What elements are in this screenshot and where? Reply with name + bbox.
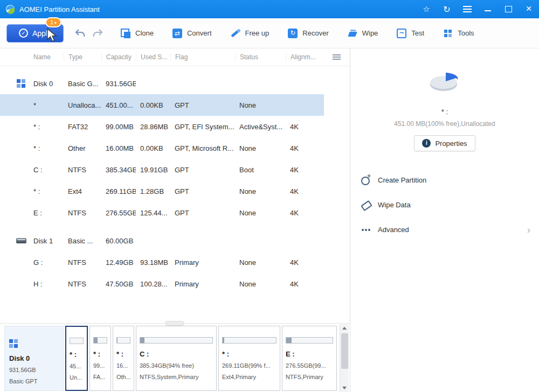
action-label: Create Partition	[378, 176, 426, 184]
diskmap-partition-fs: Ext4,Primary	[222, 374, 277, 380]
pending-operations-badge[interactable]: 1	[45, 17, 61, 27]
column-header[interactable]: Capacity	[101, 53, 136, 61]
favorite-icon[interactable]	[416, 0, 437, 18]
diskmap-partition[interactable]: * : 16... Oth...	[113, 326, 134, 391]
table-row[interactable]: * Unalloca... 451.00... 0.00KB GPT None	[0, 94, 324, 116]
scrollbar-thumb[interactable]	[341, 333, 348, 369]
table-row[interactable]: H : NTFS 47.50GB 100.28... Primary None …	[0, 273, 324, 295]
table-row[interactable]: * : FAT32 99.00MB 28.86MB GPT, EFI Syste…	[0, 116, 324, 137]
undo-icon[interactable]	[73, 27, 86, 40]
action-item[interactable]: Create Partition	[350, 167, 539, 192]
table-row[interactable]: Disk 1 Basic ... 60.00GB	[0, 230, 324, 251]
badge-count: 1	[50, 19, 53, 25]
table-row[interactable]: C : NTFS 385.34GB 19.91GB GPT Boot 4K	[0, 159, 324, 180]
table-row[interactable]: Disk 0 Basic G... 931.56GB	[0, 73, 324, 94]
maximize-icon[interactable]	[498, 0, 519, 18]
toolbar-button[interactable]: Wipe	[338, 22, 388, 45]
convert-icon	[172, 28, 183, 39]
usage-bar	[70, 338, 84, 344]
table-row[interactable]: * : Ext4 269.11GB 1.28GB GPT None 4K	[0, 180, 324, 202]
column-header[interactable]: Type	[64, 53, 101, 61]
scroll-down-icon[interactable]	[340, 384, 349, 392]
cell-name: C :	[0, 166, 64, 174]
cell-type: Unalloca...	[64, 101, 101, 109]
toolbar-button-label: Clone	[135, 29, 154, 37]
diskmap-partition[interactable]: * : 269.11GB(99% f... Ext4,Primary	[218, 326, 280, 391]
usage-bar	[93, 337, 107, 344]
cell-type: NTFS	[64, 209, 101, 217]
cell-used-space: 0.00KB	[136, 144, 170, 152]
cell-type: FAT32	[64, 123, 101, 131]
refresh-icon[interactable]	[437, 0, 457, 18]
properties-label: Properties	[435, 139, 467, 148]
recover-icon	[287, 28, 298, 39]
cell-capacity: 276.55GB	[101, 209, 136, 217]
properties-button[interactable]: Properties	[414, 135, 475, 151]
toolbar-button[interactable]: Recover	[278, 22, 337, 45]
diskmap-partition[interactable]: * : 99... FA...	[89, 326, 111, 391]
app-window: AOMEI Partition Assistant Apply	[0, 0, 539, 392]
table-row[interactable]: * : Other 16.00MB 0.00KB GPT, Microsoft …	[0, 137, 324, 159]
toolbar-button-label: Convert	[187, 29, 212, 37]
diskmap-partition-fs: NTFS,Primary	[286, 374, 333, 380]
usage-bar-fill	[117, 338, 118, 343]
cell-status: None	[235, 144, 286, 152]
diskmap-disk-label[interactable]: Disk 0 931.56GB Basic GPT	[4, 326, 64, 391]
action-item[interactable]: Wipe Data	[350, 192, 539, 217]
diskmap-partition-fs: Un...	[70, 374, 84, 381]
scroll-up-icon[interactable]	[340, 324, 349, 332]
diskmap-partition-size: 385.34GB(94% free)	[140, 362, 213, 369]
cell-name: * :	[0, 187, 64, 195]
cell-used-space: 1.28GB	[136, 187, 170, 195]
column-header[interactable]: Status	[235, 53, 286, 61]
column-header[interactable]: Name	[0, 53, 64, 61]
cell-capacity: 385.34GB	[101, 166, 136, 174]
column-header[interactable]: Used S...	[136, 53, 170, 61]
toolbar-button[interactable]: Clone	[111, 22, 163, 45]
toolbar-button[interactable]: Test	[387, 22, 433, 45]
cell-used-space: 100.28...	[136, 280, 170, 288]
check-icon	[19, 29, 28, 38]
disk-map-panel: Disk 0 931.56GB Basic GPT * : 45... Un..…	[0, 323, 350, 392]
cell-flag: Primary	[170, 280, 235, 288]
diskmap-partition-size: 99...	[93, 362, 107, 369]
action-label: Wipe Data	[378, 201, 411, 209]
table-row[interactable]: G : NTFS 12.49GB 93.18MB Primary None 4K	[0, 251, 324, 273]
diskmap-partition[interactable]: C : 385.34GB(94% free) NTFS,System,Prima…	[136, 326, 217, 391]
tools-icon	[443, 28, 453, 39]
test-icon	[396, 28, 407, 39]
column-header[interactable]: Alignm...	[286, 53, 323, 61]
diskmap-partition[interactable]: E : 276.55GB(99... NTFS,Primary	[282, 326, 337, 391]
cell-flag: Primary	[170, 258, 235, 267]
close-icon[interactable]	[519, 0, 539, 18]
disk-icon	[9, 339, 18, 348]
toolbar-buttons: Clone Convert Free up Recover	[111, 22, 483, 45]
minimize-icon[interactable]	[478, 0, 498, 18]
cell-status: Active&Syst...	[235, 123, 286, 131]
action-item[interactable]: Advanced	[350, 217, 539, 242]
cell-flag: GPT	[170, 187, 235, 195]
cell-capacity: 931.56GB	[101, 80, 136, 88]
diskmap-scrollbar[interactable]	[340, 324, 349, 392]
cell-capacity: 99.00MB	[101, 123, 136, 131]
redo-icon[interactable]	[92, 27, 105, 40]
table-row[interactable]: E : NTFS 276.55GB 125.44... GPT None 4K	[0, 202, 324, 223]
toolbar-button[interactable]: Tools	[433, 22, 483, 45]
diskmap-partition[interactable]: * : 45... Un...	[65, 326, 88, 391]
column-header[interactable]: Flag	[170, 53, 235, 61]
cell-name: H :	[0, 280, 64, 288]
cell-type: Other	[64, 144, 101, 152]
diskmap-partition-name: * :	[222, 350, 277, 358]
cell-name: Disk 1	[0, 237, 64, 245]
cell-capacity: 12.49GB	[101, 258, 136, 267]
toolbar-button[interactable]: Free up	[221, 22, 279, 45]
column-options-icon[interactable]	[323, 48, 350, 66]
splitter-handle[interactable]	[165, 321, 184, 326]
usage-bar	[286, 337, 333, 344]
cell-name: Disk 0	[0, 80, 64, 88]
cell-alignment: 4K	[286, 166, 323, 174]
toolbar-button[interactable]: Convert	[163, 22, 221, 45]
diskmap-partition-name: E :	[286, 350, 333, 358]
menu-icon[interactable]	[457, 0, 478, 18]
app-title: AOMEI Partition Assistant	[19, 5, 100, 13]
